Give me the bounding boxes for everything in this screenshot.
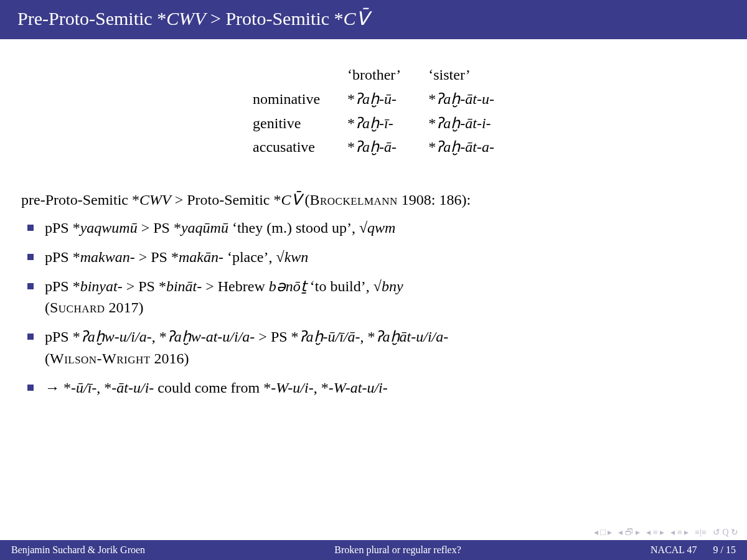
table-row: genitive *ʔaḫ-ī- *ʔaḫ-āt-i- xyxy=(239,111,508,136)
footer-title: Broken plural or regular reflex? xyxy=(145,544,651,556)
beamer-navbar: ◂ □ ▸ ◂ 🗗 ▸ ◂ ≡ ▸ ◂ ≡ ▸ ≡|≡ ↺ Q ↻ xyxy=(594,527,738,538)
paradigm-col-brother: ‘brother’ xyxy=(334,63,415,87)
slide-title: Pre-Proto-Semitic *CWV > Proto-Semitic *… xyxy=(0,0,747,39)
list-item: pPS *makwan- > PS *makān- ‘place’, √kwn xyxy=(45,246,726,268)
slide-body: ‘brother’ ‘sister’ nominative *ʔaḫ-ū- *ʔ… xyxy=(0,39,747,540)
lead-line: pre-Proto-Semitic *CWV > Proto-Semitic *… xyxy=(21,189,726,211)
nav-mode-icon[interactable]: ≡|≡ xyxy=(695,528,707,538)
nav-first-icon[interactable]: ◂ □ ▸ xyxy=(594,527,612,538)
paradigm-table: ‘brother’ ‘sister’ nominative *ʔaḫ-ū- *ʔ… xyxy=(239,63,508,159)
bullet-list: pPS *yaqwumū > PS *yaqūmū ‘they (m.) sto… xyxy=(21,217,726,399)
list-item: pPS *binyat- > PS *bināt- > Hebrew bənōṯ… xyxy=(45,276,726,319)
table-row: accusative *ʔaḫ-ā- *ʔaḫ-āt-a- xyxy=(239,135,508,159)
nav-prevframe-icon[interactable]: ◂ 🗗 ▸ xyxy=(618,527,640,538)
table-row: nominative *ʔaḫ-ū- *ʔaḫ-āt-u- xyxy=(239,87,508,111)
list-item: pPS *ʔaḫw-u/i/a-, *ʔaḫw-at-u/i/a- > PS *… xyxy=(45,326,726,370)
footer-page: 9 / 15 xyxy=(713,544,736,556)
footer-authors: Benjamin Suchard & Jorik Groen xyxy=(11,544,145,556)
list-item: → *-ū/ī-, *-āt-u/i- could come from *-W-… xyxy=(45,377,726,399)
paradigm-col-sister: ‘sister’ xyxy=(415,63,508,87)
nav-forward-icon[interactable]: ◂ ≡ ▸ xyxy=(670,527,688,538)
list-item: pPS *yaqwumū > PS *yaqūmū ‘they (m.) sto… xyxy=(45,217,726,239)
nav-loop-icon[interactable]: ↺ Q ↻ xyxy=(713,527,738,538)
nav-back-icon[interactable]: ◂ ≡ ▸ xyxy=(646,527,664,538)
footer-venue: NACAL 47 xyxy=(651,544,697,556)
slide-footer: Benjamin Suchard & Jorik Groen Broken pl… xyxy=(0,540,747,560)
